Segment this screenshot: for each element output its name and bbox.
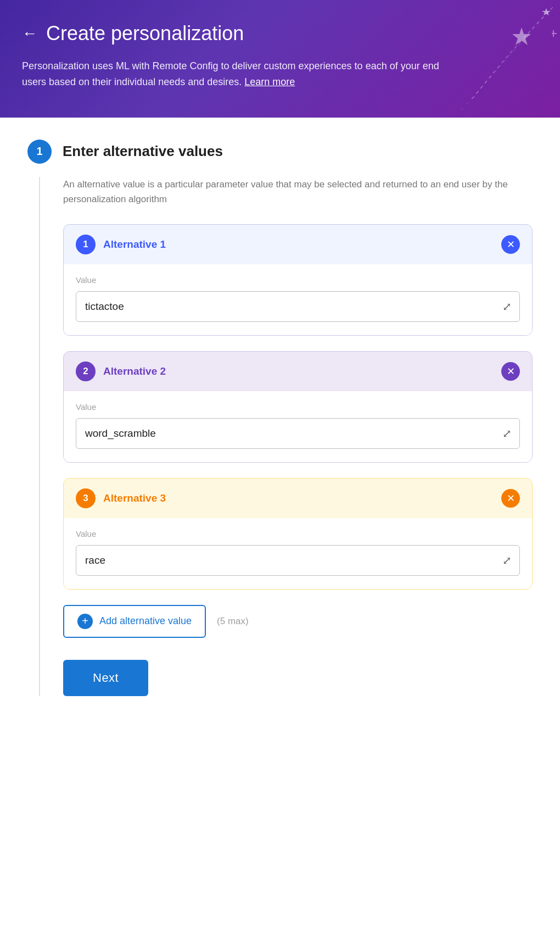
next-button[interactable]: Next bbox=[63, 660, 148, 696]
alternative-2-header-left: 2 Alternative 2 bbox=[76, 362, 166, 381]
alternative-1-input-wrap: ⤢ bbox=[76, 291, 520, 322]
add-alternative-label: Add alternative value bbox=[99, 615, 192, 627]
back-button[interactable]: ← bbox=[22, 25, 37, 42]
alternative-3-input-wrap: ⤢ bbox=[76, 545, 520, 576]
alternative-1-value-label: Value bbox=[76, 275, 520, 285]
alternative-3-value-label: Value bbox=[76, 529, 520, 538]
alternative-3-label: Alternative 3 bbox=[103, 492, 166, 504]
step-number-circle: 1 bbox=[27, 140, 52, 164]
header: ← Create personalization Personalization… bbox=[0, 0, 560, 118]
page-title: Create personalization bbox=[46, 22, 244, 45]
alternative-3-input[interactable] bbox=[76, 546, 519, 575]
header-description: Personalization uses ML with Remote Conf… bbox=[22, 58, 461, 90]
alternative-card-1: 1 Alternative 1 ✕ Value ⤢ bbox=[63, 224, 533, 336]
step-description: An alternative value is a particular par… bbox=[63, 177, 513, 207]
learn-more-link[interactable]: Learn more bbox=[244, 76, 295, 87]
alternative-3-number: 3 bbox=[76, 488, 96, 508]
alternative-2-input-wrap: ⤢ bbox=[76, 418, 520, 449]
step-title: Enter alternative values bbox=[63, 143, 223, 160]
alternative-1-body: Value ⤢ bbox=[64, 264, 532, 335]
alternative-1-header: 1 Alternative 1 ✕ bbox=[64, 225, 532, 264]
alternative-1-input[interactable] bbox=[76, 292, 519, 321]
header-decoration bbox=[439, 0, 560, 110]
alternative-2-value-label: Value bbox=[76, 402, 520, 412]
alternative-card-2: 2 Alternative 2 ✕ Value ⤢ bbox=[63, 351, 533, 463]
remove-alternative-3-button[interactable]: ✕ bbox=[501, 489, 520, 508]
alternative-2-input[interactable] bbox=[76, 419, 519, 448]
alternative-3-header-left: 3 Alternative 3 bbox=[76, 488, 166, 508]
alternative-1-header-left: 1 Alternative 1 bbox=[76, 235, 166, 254]
alternative-2-number: 2 bbox=[76, 362, 96, 381]
alternative-1-label: Alternative 1 bbox=[103, 238, 166, 251]
alternative-2-body: Value ⤢ bbox=[64, 391, 532, 462]
add-alternative-wrap: + Add alternative value (5 max) bbox=[63, 605, 533, 638]
remove-alternative-1-button[interactable]: ✕ bbox=[501, 235, 520, 254]
step-header: 1 Enter alternative values bbox=[27, 140, 533, 164]
main-content: 1 Enter alternative values An alternativ… bbox=[0, 118, 560, 945]
alternative-3-body: Value ⤢ bbox=[64, 518, 532, 589]
max-label: (5 max) bbox=[217, 616, 249, 627]
step-content: An alternative value is a particular par… bbox=[39, 177, 533, 696]
add-icon: + bbox=[77, 614, 93, 629]
alternative-card-3: 3 Alternative 3 ✕ Value ⤢ bbox=[63, 478, 533, 590]
remove-alternative-2-button[interactable]: ✕ bbox=[501, 362, 520, 381]
add-alternative-button[interactable]: + Add alternative value bbox=[63, 605, 206, 638]
alternative-2-label: Alternative 2 bbox=[103, 365, 166, 377]
alternative-3-header: 3 Alternative 3 ✕ bbox=[64, 479, 532, 518]
alternative-1-number: 1 bbox=[76, 235, 96, 254]
alternative-2-header: 2 Alternative 2 ✕ bbox=[64, 352, 532, 391]
